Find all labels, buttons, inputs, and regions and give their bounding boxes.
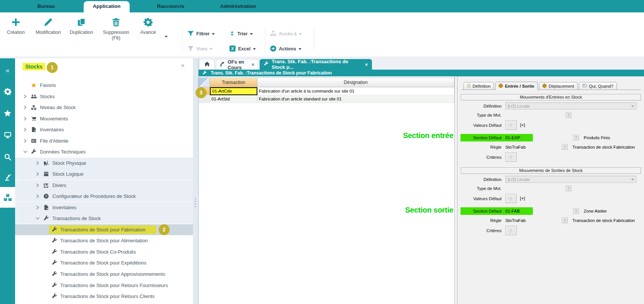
advanced-button[interactable]: Avancé: [135, 16, 161, 35]
chevron-down-icon[interactable]: [23, 150, 28, 154]
access-button[interactable]: Accès à: [270, 29, 302, 39]
chevron-down-icon[interactable]: [212, 33, 215, 36]
chevron-right-icon[interactable]: [23, 105, 27, 110]
modify-button[interactable]: Modification: [32, 16, 65, 35]
chevron-right-icon[interactable]: [36, 183, 40, 188]
add-default-value-button[interactable]: [+]: [520, 194, 525, 203]
menu-tab-application[interactable]: Application: [84, 1, 130, 12]
column-header-transaction[interactable]: Transaction: [210, 78, 257, 87]
definition-select[interactable]: [LO] Locale: [505, 102, 636, 109]
tree-item[interactable]: Transactions de Stock pour Expéditions: [15, 257, 193, 268]
tree-item[interactable]: Inventaires: [15, 202, 193, 213]
menu-tab-bureau[interactable]: Bureau: [21, 0, 72, 12]
tree-item[interactable]: ? Configurateur de Procédures de Stock: [15, 191, 193, 202]
chevron-down-icon[interactable]: [253, 48, 256, 52]
tree-item[interactable]: Transactions de Stock pour Retours Fourn…: [15, 280, 193, 291]
detail-splitter[interactable]: [454, 76, 457, 304]
menu-tab-raccourcis[interactable]: Raccourcis: [144, 0, 197, 12]
tree-item[interactable]: Stock Physique: [15, 158, 193, 169]
favorites-star-icon[interactable]: [0, 106, 15, 120]
chevron-down-icon[interactable]: [250, 33, 253, 36]
chevron-right-icon[interactable]: [23, 127, 27, 132]
chevron-down-icon[interactable]: [35, 217, 40, 220]
tab-transactions-stock[interactable]: Trans. Stk. Fab. :Transactions de Stock …: [260, 59, 372, 70]
column-header-designation[interactable]: Désignation: [257, 78, 454, 87]
table-row[interactable]: 01-ArtStd Fabrication d'un article stand…: [199, 95, 454, 103]
tab-ofs-en-cours[interactable]: OFs en Cours ×: [216, 59, 258, 70]
tab-entree-sortie[interactable]: Entrée / Sortie: [495, 82, 538, 90]
tree-item[interactable]: Niveau de Stock: [15, 102, 193, 113]
ribbon-separator: [182, 27, 182, 53]
help-button[interactable]: ?: [562, 217, 568, 223]
tab-deplacement[interactable]: Déplacement: [539, 82, 578, 90]
views-button[interactable]: Vues: [187, 44, 213, 54]
tree-item[interactable]: Transactions de Stock: [15, 213, 193, 224]
tree-item[interactable]: Transactions de Stock Co-Produits: [15, 246, 193, 257]
tree-item[interactable]: Transactions de Stock pour Retours Clien…: [15, 291, 193, 302]
modules-wheel-icon[interactable]: [0, 85, 15, 98]
chevron-right-icon[interactable]: [36, 172, 40, 176]
robot-icon[interactable]: [0, 170, 15, 184]
duplicate-button[interactable]: Duplication: [66, 16, 97, 35]
tree-item[interactable]: Stocks: [15, 91, 193, 102]
transaction-cell[interactable]: 01-ArtStd: [210, 95, 257, 103]
hand-picker-button[interactable]: ☞: [505, 194, 517, 203]
sort-button[interactable]: Trier: [229, 29, 253, 39]
stocks-boxes-icon[interactable]: [0, 187, 15, 208]
tree-item[interactable]: File d'Attente: [15, 135, 193, 146]
hand-picker-button[interactable]: ☞: [505, 120, 517, 130]
help-button[interactable]: ?: [562, 144, 568, 150]
help-button[interactable]: ?: [566, 112, 571, 118]
hand-picker-button[interactable]: ☞: [505, 226, 517, 235]
close-icon[interactable]: ×: [251, 62, 254, 67]
filter-button[interactable]: Filtrer: [187, 29, 215, 39]
chevron-right-icon[interactable]: [23, 94, 27, 99]
delete-button[interactable]: Suppression(F6): [98, 16, 134, 41]
tree-item[interactable]: Mouvements: [15, 113, 193, 124]
table-corner-cell[interactable]: [199, 78, 210, 87]
close-icon[interactable]: ×: [181, 62, 185, 70]
chevron-right-icon[interactable]: [36, 161, 40, 166]
designation-cell[interactable]: Fabrication d'un article standard sur si…: [257, 95, 454, 103]
tree-item[interactable]: Inventaires: [15, 124, 193, 135]
tree-item[interactable]: Stock Logique: [15, 169, 193, 179]
excel-button[interactable]: X Excel: [229, 44, 256, 54]
tree-item[interactable]: Transactions de Stock pour Fabrication 2: [15, 224, 193, 235]
help-button[interactable]: ?: [573, 208, 579, 214]
rule-row: Règle StoTraFab ? Transaction de stock F…: [457, 144, 642, 150]
chevron-down-icon[interactable]: [165, 36, 168, 39]
table-row[interactable]: 01-ArtCde Fabrication d'un article à la …: [199, 87, 454, 95]
chevron-right-icon[interactable]: [23, 138, 27, 143]
hand-picker-button[interactable]: ☞: [505, 152, 517, 162]
default-section-value[interactable]: 01-EXP: [505, 134, 520, 141]
default-section-value[interactable]: 01-FAB: [505, 207, 520, 215]
create-button[interactable]: Création: [1, 16, 31, 35]
collapse-icon[interactable]: «: [0, 64, 15, 77]
definition-select[interactable]: [LO] Locale: [505, 176, 636, 183]
chevron-right-icon[interactable]: [36, 194, 40, 199]
close-icon[interactable]: ×: [365, 62, 368, 67]
menu-tab-administration[interactable]: Administration: [208, 0, 268, 12]
annotation-badge-3: 3: [196, 87, 207, 98]
chevron-down-icon[interactable]: [298, 48, 301, 52]
tree-item[interactable]: Divers: [15, 180, 193, 191]
tab-home[interactable]: [199, 59, 214, 70]
chevron-right-icon[interactable]: [36, 205, 40, 210]
help-button[interactable]: ?: [573, 135, 579, 140]
rule-value[interactable]: StoTraFab: [505, 144, 526, 150]
tree-item[interactable]: Transactions de Stock pour Approvisionne…: [15, 269, 193, 280]
desktop-icon[interactable]: [0, 128, 15, 142]
chevron-right-icon[interactable]: [23, 116, 27, 121]
designation-cell[interactable]: Fabrication d'un article à la commande s…: [257, 87, 454, 95]
tab-definition[interactable]: Définition: [463, 82, 494, 90]
add-default-value-button[interactable]: [+]: [520, 120, 525, 130]
search-icon[interactable]: [0, 150, 15, 164]
tree-item[interactable]: Transactions de Stock pour Alimentation: [15, 235, 193, 246]
rule-value[interactable]: StoTraFab: [505, 217, 526, 223]
tree-item[interactable]: Données Techniques: [15, 146, 193, 157]
tree-item[interactable]: Favoris: [15, 80, 193, 91]
actions-button[interactable]: Actions: [270, 44, 301, 54]
help-button[interactable]: ?: [566, 185, 571, 191]
tab-qui-quand[interactable]: Qui, Quand?: [579, 82, 617, 90]
transaction-cell[interactable]: 01-ArtCde: [210, 87, 257, 95]
